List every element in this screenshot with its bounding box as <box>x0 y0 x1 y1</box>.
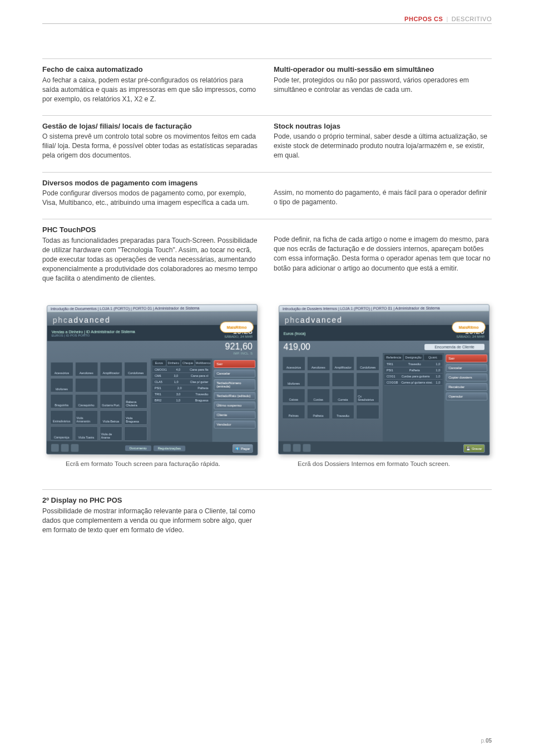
foot-icon[interactable] <box>61 444 68 451</box>
product-button[interactable]: Cx Stradivárius <box>356 389 379 403</box>
list-item[interactable]: PSI12,0Palheta <box>152 385 210 391</box>
product-button[interactable] <box>124 426 147 441</box>
header-product: PHCPOS CS <box>404 16 443 22</box>
screenshots-row: Introdução de Documentos | LOJA 1 (PORTO… <box>42 305 492 467</box>
product-button[interactable] <box>356 405 379 419</box>
product-button[interactable] <box>124 378 147 392</box>
side-button[interactable]: Cancelar <box>214 370 255 377</box>
product-button[interactable] <box>331 372 354 387</box>
product-button[interactable]: Palheta <box>306 405 329 419</box>
product-button[interactable]: Caixas <box>282 389 305 403</box>
caption-left: Ecrã em formato Touch screen para factur… <box>42 460 260 467</box>
pay-tab[interactable]: Designação <box>404 355 422 360</box>
product-button[interactable]: Idiofones <box>50 378 73 392</box>
product-button[interactable]: Amplificador <box>331 356 354 371</box>
pos-right-bar-title: Euros (troca) <box>283 331 305 335</box>
side-button[interactable]: Recalcular <box>446 383 487 391</box>
product-button[interactable]: Palmas <box>282 405 305 419</box>
pay-tab[interactable]: Dinheiro <box>166 360 180 366</box>
encomenda-select[interactable]: Encomenda de Cliente <box>424 343 484 350</box>
bottom-body: Possibilidade de mostrar informação rele… <box>42 507 260 535</box>
foot-icon[interactable] <box>283 444 290 451</box>
section-row-0: Fecho de caixa automatizado Ao fechar a … <box>42 58 492 112</box>
product-button[interactable]: Viola Braguesa <box>124 410 147 425</box>
pagar-button[interactable]: 💶 Pagar <box>232 444 253 453</box>
side-button[interactable]: Cancelar <box>446 364 487 372</box>
product-button[interactable]: Correia <box>331 389 354 403</box>
block1-right-title: Stock noutras lojas <box>274 121 492 131</box>
pos-right-total: 419,00 <box>283 342 310 352</box>
list-item[interactable]: TRI13,0Travesão <box>152 391 210 397</box>
maisritmo-badge: MaisRitmo <box>220 322 254 333</box>
pos-screenshot-right: Introdução de Dossiers Internos | LOJA 1… <box>278 305 490 456</box>
pay-tab[interactable]: Quant. <box>423 355 442 360</box>
block0-left-body: Ao fechar a caixa, podem estar pré-confi… <box>42 76 260 104</box>
list-item[interactable]: CMOOI14,0Cana para fla <box>152 367 210 373</box>
side-button[interactable]: Último suspenso <box>214 401 255 409</box>
foot-tab[interactable]: Regularizações <box>153 445 185 451</box>
product-button[interactable]: Cordas <box>306 389 329 403</box>
pay-tab[interactable]: Multibanco <box>195 360 210 366</box>
product-button[interactable] <box>306 372 329 387</box>
foot-icon[interactable] <box>71 444 78 451</box>
block0-right-body: Pode ter, protegidos ou não por password… <box>274 76 492 95</box>
header-sep: | <box>446 16 448 22</box>
product-button[interactable]: Viola Beiroa <box>99 410 122 425</box>
header-bar: PHCPOS CS | DESCRITIVO <box>42 16 492 24</box>
product-button[interactable]: Campaniça <box>50 426 72 441</box>
product-button[interactable]: Rabeca Chuleira <box>124 394 147 409</box>
product-button[interactable]: Acessórios <box>282 356 305 371</box>
pos-left-bar-title: Vendas a Dinheiro | ID Administrador de … <box>51 330 135 333</box>
product-button[interactable] <box>356 372 379 387</box>
page-number: p.05 <box>481 738 492 744</box>
list-item[interactable]: BRI21,0Braguesa <box>152 397 210 404</box>
side-button[interactable]: Teclado/Rato (editado) <box>214 392 255 400</box>
block2-right-body: Assim, no momento do pagamento, é mais f… <box>274 188 492 207</box>
pos-screenshot-left: Introdução de Documentos | LOJA 1 (PORTO… <box>46 305 258 456</box>
product-button[interactable]: Travesão <box>331 405 354 419</box>
list-item[interactable]: CM63,0Cana para cl <box>152 373 210 379</box>
product-button[interactable]: Viola Amarantin <box>75 410 97 425</box>
caption-right: Ecrã dos Dossiers Internos em formato To… <box>274 460 492 467</box>
block1-left-title: Gestão de lojas/ filiais/ locais de fact… <box>42 121 260 131</box>
pay-tab[interactable]: Cheque <box>181 360 194 366</box>
list-item[interactable]: COG1Cordas para guitarra1,0 <box>384 374 442 380</box>
list-item[interactable]: PSI1Palheta1,0 <box>384 367 442 374</box>
product-button[interactable]: Estradivárius <box>50 410 73 425</box>
side-button[interactable]: Sair <box>214 360 255 368</box>
product-button[interactable]: Braguinha <box>50 394 73 409</box>
side-button[interactable]: Cliente <box>214 411 255 419</box>
product-button[interactable]: Acessórios <box>50 362 73 376</box>
product-button[interactable]: Guitarra Port. <box>99 394 122 409</box>
side-button[interactable]: Copiar dossiers <box>446 374 487 381</box>
list-item[interactable]: COGGBCorres p/ guitarra strat.1,0 <box>384 380 442 386</box>
foot-icon[interactable] <box>293 444 300 451</box>
list-item[interactable]: CLA51,0Clas p/ guitar <box>152 379 210 385</box>
product-button[interactable] <box>99 378 122 392</box>
product-button[interactable]: Aerofones <box>306 356 329 371</box>
product-button[interactable]: Cordofones <box>124 362 147 376</box>
product-button[interactable]: Aerofones <box>75 362 97 376</box>
gravar-button[interactable]: 💾 Gravar <box>463 444 484 453</box>
product-button[interactable] <box>75 378 97 392</box>
pos-left-total: 921,60 IMP. INCL. S <box>47 341 257 359</box>
pay-tab[interactable]: Euros <box>152 360 166 366</box>
product-button[interactable]: Cavaquinho <box>75 394 97 409</box>
side-button[interactable]: Vendedor <box>214 421 255 429</box>
foot-icon[interactable] <box>303 444 310 451</box>
side-button[interactable]: Teclado/Número (entrada) <box>214 379 255 390</box>
product-button[interactable]: Amplificador <box>99 362 122 376</box>
side-button[interactable]: Sair <box>446 355 487 362</box>
list-item[interactable]: TRI1Travesão1,0 <box>384 361 442 367</box>
header-section: DESCRITIVO <box>452 16 492 22</box>
foot-tab[interactable]: Documento <box>125 445 151 451</box>
side-button[interactable]: Operador <box>446 392 487 400</box>
product-button[interactable]: Viola Toeira <box>75 426 97 441</box>
product-button[interactable]: Idiofones <box>282 372 305 387</box>
block2-left-body: Pode configurar diversos modos de pagame… <box>42 189 260 208</box>
product-button[interactable]: Cordofones <box>356 356 379 371</box>
product-button[interactable]: Viola de Arame <box>99 426 122 441</box>
pay-tab[interactable]: Referência <box>384 355 403 360</box>
bottom-title: 2º Display no PHC POS <box>42 495 260 505</box>
foot-icon[interactable] <box>51 444 58 451</box>
